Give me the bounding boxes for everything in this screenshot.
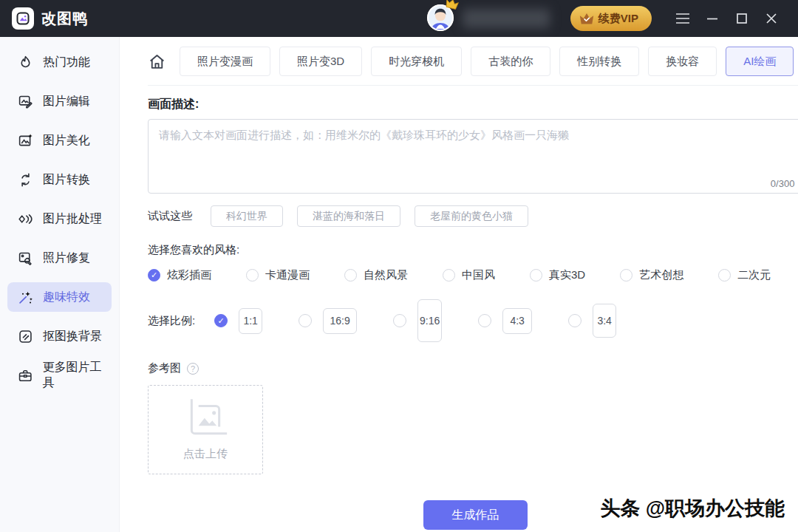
ratio-options-row: 选择比例: 1:1 16:9 9:16 4:3 3:4 — [148, 299, 798, 342]
ratio-box-label: 1:1 — [239, 308, 262, 334]
flame-icon — [18, 55, 33, 70]
sidebar: 热门功能 图片编辑 图片美化 图片转换 图片批处理 照片修复 趣味特效 抠图换 — [0, 37, 120, 532]
radio-icon — [718, 269, 731, 282]
effects-tabbar: 照片变漫画 照片变3D 时光穿梭机 古装的你 性别转换 换妆容 AI绘画 — [148, 37, 798, 86]
tab-label: 照片变漫画 — [197, 55, 253, 69]
ratio-box-label: 4:3 — [502, 308, 532, 334]
ratio-section-label: 选择比例: — [148, 314, 195, 328]
radio-icon — [344, 269, 357, 282]
radio-icon — [299, 314, 312, 327]
tab-label: 照片变3D — [297, 55, 344, 69]
watermark-text: 头条 @职场办公技能 — [600, 495, 785, 522]
radio-icon — [530, 269, 542, 282]
ratio-box-label: 16:9 — [323, 308, 357, 334]
style-option-anime[interactable]: 二次元 — [718, 268, 771, 282]
tab-photo-to-3d[interactable]: 照片变3D — [279, 47, 362, 76]
tab-photo-to-cartoon[interactable]: 照片变漫画 — [180, 47, 270, 76]
style-option-realistic-3d[interactable]: 真实3D — [530, 268, 585, 282]
style-option-colorful-illustration[interactable]: 炫彩插画 — [148, 268, 211, 282]
suggestion-sci-fi-button[interactable]: 科幻世界 — [211, 205, 283, 227]
style-option-label: 艺术创想 — [639, 268, 683, 282]
style-option-nature-scenery[interactable]: 自然风景 — [344, 268, 408, 282]
description-input[interactable] — [149, 120, 798, 193]
tab-makeup-change[interactable]: 换妆容 — [648, 47, 717, 76]
description-label: 画面描述: — [148, 97, 798, 112]
style-option-label: 中国风 — [462, 268, 495, 282]
ratio-option-3-4[interactable]: 3:4 — [568, 304, 616, 338]
maximize-icon[interactable] — [727, 4, 757, 33]
ratio-box-label: 3:4 — [593, 304, 616, 338]
sidebar-item-hot-features[interactable]: 热门功能 — [7, 47, 112, 77]
close-icon[interactable] — [757, 4, 786, 33]
style-option-cartoon-comic[interactable]: 卡通漫画 — [246, 268, 310, 282]
style-option-label: 卡通漫画 — [265, 268, 310, 282]
help-icon[interactable] — [187, 363, 199, 375]
batch-process-icon — [18, 211, 33, 227]
sidebar-item-fun-effects[interactable]: 趣味特效 — [7, 282, 112, 312]
photo-repair-icon — [18, 250, 33, 266]
main-content: 照片变漫画 照片变3D 时光穿梭机 古装的你 性别转换 换妆容 AI绘画 画面描… — [120, 37, 798, 532]
upload-label: 点击上传 — [183, 447, 228, 461]
char-counter: 0/300 — [771, 178, 795, 189]
tab-label: 换妆容 — [666, 55, 699, 69]
tab-time-machine[interactable]: 时光穿梭机 — [371, 47, 462, 76]
tab-ancient-costume[interactable]: 古装的你 — [471, 47, 550, 76]
sidebar-item-label: 图片编辑 — [43, 94, 90, 109]
titlebar: 改图鸭 — [0, 0, 798, 37]
suggestion-yellow-cat-button[interactable]: 老屋前的黄色小猫 — [415, 205, 528, 227]
style-option-chinese-style[interactable]: 中国风 — [443, 268, 495, 282]
ratio-box-label: 9:16 — [417, 299, 442, 342]
menu-icon[interactable] — [668, 4, 698, 33]
image-edit-icon — [18, 94, 33, 109]
ratio-option-1-1[interactable]: 1:1 — [214, 308, 262, 334]
radio-icon — [393, 314, 406, 327]
sidebar-item-label: 图片美化 — [43, 133, 90, 149]
tab-ai-painting[interactable]: AI绘画 — [726, 47, 794, 76]
style-option-label: 炫彩插画 — [167, 268, 211, 282]
generate-button[interactable]: 生成作品 — [423, 500, 528, 530]
style-option-label: 自然风景 — [364, 268, 408, 282]
suggestion-sea-sunset-button[interactable]: 湛蓝的海和落日 — [297, 205, 400, 227]
sidebar-item-label: 照片修复 — [43, 250, 90, 266]
radio-checked-icon — [214, 314, 228, 327]
sidebar-item-label: 抠图换背景 — [43, 329, 102, 344]
cutout-icon — [18, 329, 33, 344]
radio-icon — [443, 269, 455, 282]
reference-row: 参考图 — [148, 361, 798, 375]
reference-label: 参考图 — [148, 361, 181, 375]
user-avatar[interactable] — [427, 4, 455, 33]
style-section-label: 选择您喜欢的风格: — [148, 243, 798, 257]
toolbox-icon — [18, 368, 33, 383]
ratio-option-9-16[interactable]: 9:16 — [393, 299, 442, 342]
magic-wand-icon — [18, 290, 33, 305]
sidebar-item-more-tools[interactable]: 更多图片工具 — [7, 361, 112, 390]
minimize-icon[interactable] — [698, 4, 727, 33]
app-logo-icon — [12, 7, 34, 30]
sidebar-item-image-edit[interactable]: 图片编辑 — [7, 86, 112, 116]
ratio-option-4-3[interactable]: 4:3 — [478, 308, 532, 334]
ratio-option-16-9[interactable]: 16:9 — [299, 308, 357, 334]
sidebar-item-photo-repair[interactable]: 照片修复 — [7, 243, 112, 273]
username-blurred — [463, 9, 550, 28]
renew-vip-button[interactable]: 续费VIP — [570, 6, 652, 31]
app-title: 改图鸭 — [41, 9, 88, 29]
home-icon[interactable] — [148, 47, 168, 76]
vip-button-label: 续费VIP — [598, 12, 638, 26]
radio-icon — [568, 314, 582, 327]
upload-dropzone[interactable]: 点击上传 — [148, 385, 263, 474]
sidebar-item-label: 更多图片工具 — [42, 360, 112, 391]
vip-crown-icon — [579, 13, 594, 25]
sidebar-item-image-convert[interactable]: 图片转换 — [7, 165, 112, 194]
style-option-label: 真实3D — [549, 268, 585, 282]
style-options-row: 炫彩插画 卡通漫画 自然风景 中国风 真实3D 艺术创想 — [148, 268, 798, 282]
tab-gender-swap[interactable]: 性别转换 — [559, 47, 639, 76]
style-option-artistic-idea[interactable]: 艺术创想 — [620, 268, 683, 282]
sidebar-item-batch-process[interactable]: 图片批处理 — [7, 204, 112, 233]
description-textarea-wrap: 0/300 — [148, 119, 798, 194]
sidebar-item-cutout-background[interactable]: 抠图换背景 — [7, 321, 112, 351]
suggestions-label: 试试这些 — [148, 209, 192, 223]
radio-icon — [620, 269, 632, 282]
sidebar-item-label: 趣味特效 — [43, 290, 90, 305]
tab-label: 性别转换 — [577, 55, 621, 69]
sidebar-item-image-beautify[interactable]: 图片美化 — [7, 126, 112, 155]
